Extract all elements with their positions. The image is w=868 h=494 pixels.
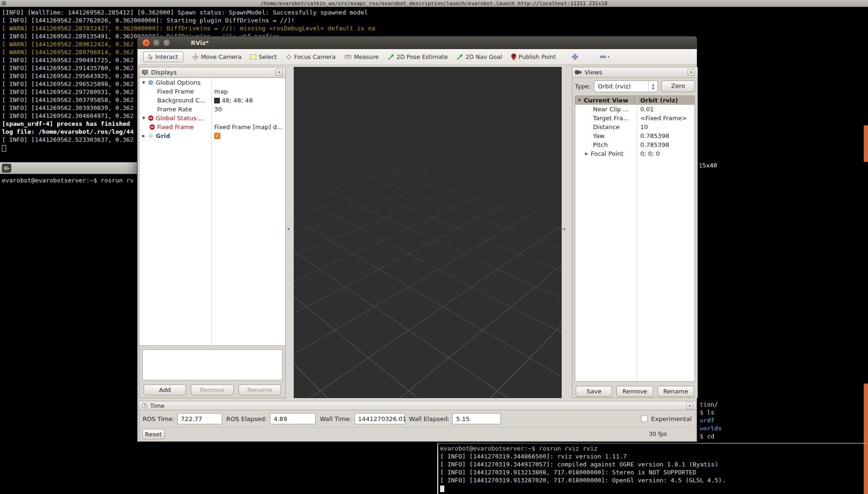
time-field-input[interactable]: 5.15 <box>452 413 501 424</box>
save-view-button[interactable]: Save <box>576 386 612 397</box>
close-icon[interactable]: ✕ <box>275 69 283 76</box>
close-icon[interactable]: ✕ <box>686 402 694 409</box>
remove-view-button[interactable]: Remove <box>616 386 653 397</box>
close-button[interactable]: × <box>142 39 150 47</box>
tool-2d-nav-goal[interactable]: 2D Nav Goal <box>456 53 502 60</box>
time-field-input[interactable]: 722.77 <box>177 413 222 424</box>
tree-row-value: 30 <box>211 106 222 113</box>
tree-row[interactable]: ▶Focal Point0; 0; 0 <box>575 149 694 158</box>
tree-row[interactable]: ▼Global Status:... <box>139 114 285 123</box>
panel-splitter-left[interactable]: ◂ <box>287 226 289 231</box>
tree-row-text: Background C... <box>157 97 205 104</box>
tree-row-value: 0.785398 <box>637 132 669 139</box>
remove-display-button[interactable]: Remove <box>191 385 233 395</box>
views-tree[interactable]: ▼Current ViewOrbit (rviz)Near Clip ...0.… <box>575 95 695 382</box>
tree-row[interactable]: ▶Grid✓ <box>139 131 285 140</box>
caret-down-icon[interactable]: ▼ <box>142 80 148 85</box>
terminal-line <box>440 484 866 492</box>
time-field-input[interactable]: 1441270326.01 <box>354 413 405 424</box>
view-type-combobox[interactable]: Orbit (rviz) ▲▼ <box>594 80 658 92</box>
views-panel-header[interactable]: Views ✕ <box>572 67 697 78</box>
tree-row-text: Fixed Frame <box>157 124 194 131</box>
experimental-toggle: Experimental <box>641 415 692 422</box>
time-panel-header[interactable]: Time ✕ <box>139 401 696 410</box>
tree-row[interactable]: Frame Rate30 <box>139 105 285 114</box>
tree-row-value: 0; 0; 0 <box>637 150 660 157</box>
tree-row[interactable]: Distance10 <box>575 123 694 131</box>
experimental-label: Experimental <box>651 415 692 422</box>
error-icon <box>149 124 155 130</box>
displays-panel: Displays ✕ ▼Global OptionsFixed Framemap… <box>139 67 286 398</box>
tree-row[interactable]: Near Clip ...0.01 <box>575 105 694 114</box>
views-camera-icon <box>575 70 582 75</box>
tree-row[interactable]: Background C...48; 48; 48 <box>139 96 285 105</box>
terminal-line: $ ls <box>700 408 722 416</box>
displays-panel-header[interactable]: Displays ✕ <box>139 67 285 78</box>
tool-focus-camera[interactable]: Focus Camera <box>286 53 336 60</box>
terminal-line: [ INFO] [1441270319.913213808, 717.01800… <box>440 468 866 476</box>
time-fields: ROS Time:722.77ROS Elapsed:4.89Wall Time… <box>143 413 692 425</box>
caret-down-icon[interactable]: ▼ <box>578 98 584 102</box>
time-field-input[interactable]: 4.89 <box>270 413 316 424</box>
spinner-arrows-icon[interactable]: ▲▼ <box>648 81 658 92</box>
tree-row[interactable]: Fixed Framemap <box>139 87 285 96</box>
tree-row[interactable]: ▼Global Options <box>139 78 285 87</box>
tree-row-value-text: 10 <box>640 124 648 131</box>
rviz-toolbar: InteractMove CameraSelectFocus CameraMea… <box>137 49 697 65</box>
rviz-titlebar[interactable]: × – ▢ RViz* <box>137 36 697 49</box>
terminal-geometry-hint: 15x40 <box>699 161 717 169</box>
tree-row-label: Target Fra... <box>575 115 637 122</box>
tree-row[interactable]: Pitch0.785398 <box>575 140 694 149</box>
checkbox-checked-icon[interactable]: ✓ <box>214 133 220 139</box>
terminal-cursor <box>440 486 444 492</box>
fps-readout: 30 fps <box>649 430 667 437</box>
tool-interact[interactable]: Interact <box>143 51 183 62</box>
remove-tool-button[interactable]: ▾ <box>600 55 609 59</box>
column-divider[interactable] <box>211 78 212 346</box>
tool-2d-pose-estimate[interactable]: 2D Pose Estimate <box>388 53 448 60</box>
tree-row-label: Distance <box>575 124 637 131</box>
tree-row[interactable]: Fixed FrameFixed Frame [map] d... <box>139 123 285 131</box>
maximize-button[interactable]: ▢ <box>163 39 171 47</box>
window-grid-icon[interactable]: ⊞▾ <box>2 164 11 173</box>
tree-row[interactable]: ▼Current ViewOrbit (rviz) <box>575 96 694 105</box>
caret-right-icon[interactable]: ▶ <box>142 134 148 138</box>
tool-label: Publish Point <box>519 53 556 60</box>
chevron-down-icon: ▾ <box>608 55 609 59</box>
checkbox-unchecked-icon[interactable] <box>641 415 648 422</box>
tree-row-label: Near Clip ... <box>575 106 637 113</box>
close-icon[interactable]: ✕ <box>687 69 695 76</box>
error-icon <box>148 115 154 121</box>
add-tool-button[interactable] <box>572 54 578 60</box>
views-panel: Views ✕ Type: Orbit (rviz) ▲▼ Zero ▼Curr… <box>572 67 698 398</box>
tree-row-value: map <box>211 88 228 95</box>
column-divider[interactable] <box>637 96 637 381</box>
tool-move-camera[interactable]: Move Camera <box>192 53 242 60</box>
view-type-label: Type: <box>575 83 591 90</box>
tree-row-value-text: 0.01 <box>640 106 654 113</box>
minimize-button[interactable]: – <box>152 39 160 47</box>
panel-splitter-right[interactable]: ▸ <box>564 226 566 231</box>
tree-row[interactable]: Target Fra...<Fixed Frame> <box>575 114 694 123</box>
displays-monitor-icon <box>142 69 148 76</box>
caret-down-icon[interactable]: ▼ <box>142 116 148 120</box>
3d-viewport[interactable] <box>294 67 562 398</box>
workspace-grid-icon[interactable]: ⊞ <box>1 0 6 7</box>
rename-view-button[interactable]: Rename <box>658 386 694 397</box>
reset-button[interactable]: Reset <box>142 429 165 439</box>
tree-row-label: ▶Focal Point <box>575 150 637 157</box>
tree-row-text: Yaw <box>593 132 605 139</box>
tool-publish-point[interactable]: Publish Point <box>511 53 556 60</box>
rename-display-button[interactable]: Rename <box>239 385 281 395</box>
minus-icon <box>600 55 606 58</box>
displays-tree[interactable]: ▼Global OptionsFixed FramemapBackground … <box>139 78 285 346</box>
tree-row[interactable]: Yaw0.785398 <box>575 131 694 140</box>
clock-icon <box>142 403 147 408</box>
tree-row-text: Fixed Frame <box>157 88 194 95</box>
zero-button[interactable]: Zero <box>661 80 695 92</box>
tool-measure[interactable]: Measure <box>345 53 379 60</box>
tool-select[interactable]: Select <box>250 53 277 60</box>
caret-right-icon[interactable]: ▶ <box>585 152 591 156</box>
add-display-button[interactable]: Add <box>144 385 186 395</box>
pose-arrow-icon <box>388 54 394 60</box>
